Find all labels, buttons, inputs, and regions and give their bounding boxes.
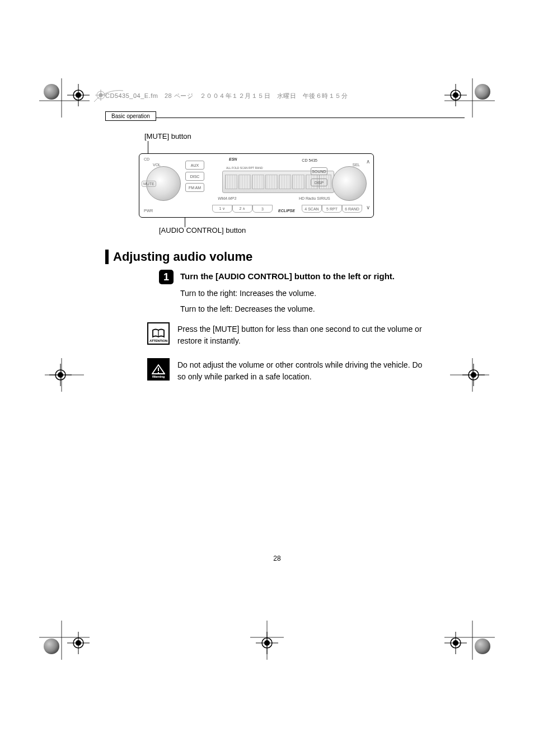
section-breadcrumb: Basic operation — [105, 111, 156, 121]
mute-btn-label: MUTE — [142, 181, 156, 187]
radio-logos: HD Radio SIRIUS — [299, 196, 330, 200]
right-button-column: SOUND DISP — [311, 167, 327, 186]
leader-line — [148, 141, 148, 154]
warning-triangle-icon: Warning — [147, 358, 170, 381]
device-illustration: CD VOL MUTE PWR AUX DISC FM AM ESN CD 54… — [139, 153, 374, 218]
sel-label: SEL — [353, 163, 360, 167]
crop-guides — [39, 78, 90, 118]
preset-button-row: 1 ∨ 2 ∧ 3 — [212, 205, 273, 213]
header-rule — [105, 118, 465, 118]
section-title: Adjusting audio volume — [113, 250, 252, 264]
step-row: 1 Turn the [AUDIO CONTROL] button to the… — [159, 270, 395, 284]
preset-2: 2 ∧ — [232, 205, 252, 213]
aux-button: AUX — [185, 161, 204, 170]
audio-control-callout-label: [AUDIO CONTROL] button — [159, 226, 246, 234]
warning-callout: Warning Do not adjust the volume or othe… — [147, 358, 437, 383]
preset-3: 3 — [252, 205, 273, 213]
preset-5: 5 RPT — [322, 205, 342, 213]
eclipse-logo: ECLIPSE — [278, 209, 295, 213]
body-text: Turn to the left: Decreases the volume. — [180, 304, 315, 313]
body-text: Turn to the right: Increases the volume. — [180, 289, 316, 298]
attention-callout: ATTENTION Press the [MUTE] button for le… — [147, 322, 437, 347]
step-number-badge: 1 — [159, 270, 174, 284]
lcd-top-text: ALL FOLD SCAN RPT RAND — [226, 166, 263, 170]
section-bar-icon — [105, 250, 109, 264]
mute-button-callout-label: [MUTE] button — [144, 132, 191, 140]
disc-button: DISC — [185, 172, 204, 181]
preset-6: 6 RAND — [342, 205, 362, 213]
brand-label: ESN — [229, 157, 237, 161]
warning-label: Warning — [152, 375, 165, 378]
cd-label: CD — [144, 157, 149, 161]
svg-point-48 — [158, 372, 159, 373]
left-button-column: AUX DISC FM AM — [185, 161, 204, 192]
crop-guides — [45, 358, 84, 392]
preset-1: 1 ∨ — [212, 205, 232, 213]
page-content: CD5435_04_E.fm 28 ページ ２００４年１２月１５日 水曜日 午後… — [90, 84, 465, 672]
model-label: CD 5435 — [302, 158, 317, 162]
attention-text: Press the [MUTE] button for less than on… — [177, 322, 424, 347]
pwr-btn-label: PWR — [144, 209, 153, 213]
step-instruction: Turn the [AUDIO CONTROL] button to the l… — [180, 270, 395, 284]
fm-am-button: FM AM — [185, 183, 204, 192]
wma-mp3-label: WMA MP3 — [218, 196, 236, 200]
section-heading: Adjusting audio volume — [105, 250, 252, 264]
file-header: CD5435_04_E.fm 28 ページ ２００４年１２月１５日 水曜日 午後… — [105, 92, 348, 100]
chevron-down-icon: ∨ — [366, 204, 370, 210]
warning-text: Do not adjust the volume or other contro… — [177, 358, 424, 383]
preset-4: 4 SCAN — [302, 205, 322, 213]
attention-label: ATTENTION — [149, 339, 167, 342]
page-number: 28 — [90, 555, 465, 562]
audio-control-knob — [332, 166, 367, 201]
chevron-up-icon: ∧ — [366, 158, 370, 165]
preset-button-row-2: 4 SCAN 5 RPT 6 RAND — [302, 205, 362, 213]
crop-guides — [39, 621, 90, 660]
disp-button: DISP — [311, 179, 327, 186]
attention-book-icon: ATTENTION — [147, 322, 170, 345]
sound-button: SOUND — [311, 167, 327, 175]
